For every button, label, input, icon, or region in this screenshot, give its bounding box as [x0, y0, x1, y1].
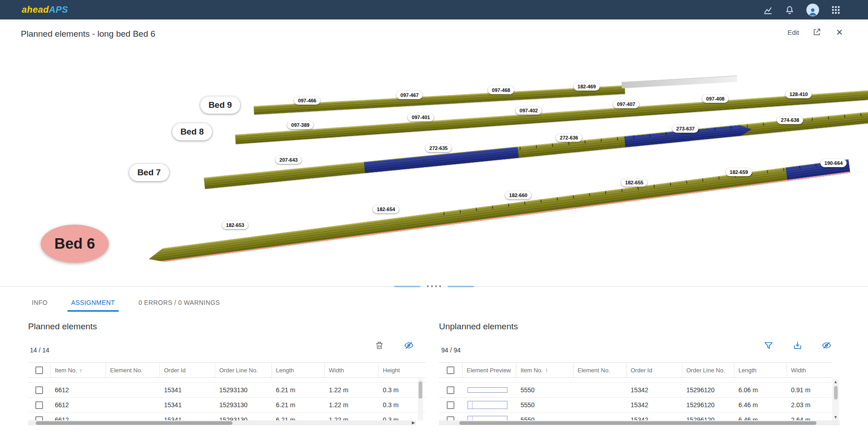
- element-label[interactable]: 097-468: [488, 86, 514, 94]
- row-checkbox[interactable]: [447, 386, 454, 394]
- table-row[interactable]: 555015342152961206.46 m2.03 m: [439, 398, 831, 413]
- column-header-order-id[interactable]: Order Id: [626, 363, 682, 377]
- scroll-down-arrow-icon[interactable]: ▼: [832, 414, 839, 420]
- sort-ascending-icon: ↑: [79, 367, 82, 374]
- column-header-length[interactable]: Length: [271, 363, 324, 377]
- column-label: Element Preview: [467, 367, 511, 374]
- tab-errors-warnings[interactable]: 0 ERRORS / 0 WARNINGS: [135, 295, 224, 312]
- element-label[interactable]: 272-635: [425, 144, 452, 152]
- open-in-new-icon[interactable]: [812, 27, 822, 37]
- element-label[interactable]: 274-638: [777, 116, 803, 124]
- table-row[interactable]: 555015342152961206.06 m0.91 m: [439, 383, 831, 398]
- scrollbar-thumb[interactable]: [459, 421, 816, 425]
- sort-ascending-icon: ↑: [545, 367, 548, 374]
- page-title: Planned elements - long bed Bed 6: [21, 29, 155, 39]
- element-label[interactable]: 097-466: [294, 96, 320, 105]
- scroll-up-arrow-icon[interactable]: ▲: [832, 379, 839, 385]
- chart-icon[interactable]: [763, 5, 773, 15]
- unplanned-horizontal-scrollbar[interactable]: [439, 420, 839, 425]
- unplanned-vertical-scrollbar[interactable]: ▲ ▼: [832, 379, 839, 420]
- element-label[interactable]: 182-660: [505, 191, 531, 199]
- element-preview: [468, 401, 507, 409]
- element-label[interactable]: 128-410: [786, 90, 812, 98]
- column-header-element-no-[interactable]: Element No.: [573, 363, 626, 377]
- element-label[interactable]: 273-637: [672, 125, 699, 133]
- column-header-width[interactable]: Width: [324, 363, 378, 377]
- element-label[interactable]: 207-643: [275, 156, 302, 164]
- element-label[interactable]: 097-407: [613, 100, 639, 108]
- row-checkbox[interactable]: [35, 401, 43, 409]
- viewport-3d[interactable]: Bed 9Bed 8Bed 7Bed 6097-466097-467097-46…: [0, 68, 868, 286]
- user-avatar[interactable]: [806, 4, 819, 16]
- cell: 5550: [516, 386, 573, 394]
- element-label[interactable]: 182-653: [222, 221, 248, 229]
- column-header-element-no-[interactable]: Element No.: [106, 363, 159, 377]
- tab-info[interactable]: INFO: [28, 295, 51, 312]
- scrollbar-thumb[interactable]: [834, 386, 838, 399]
- element-label[interactable]: 097-402: [516, 106, 542, 115]
- cell: 6.46 m: [734, 401, 786, 409]
- element-label[interactable]: 182-654: [373, 205, 399, 213]
- column-label: Height: [383, 367, 400, 374]
- planned-horizontal-scrollbar[interactable]: ▶: [28, 420, 416, 425]
- element-label[interactable]: 097-389: [287, 121, 313, 129]
- bed-label-bed-7[interactable]: Bed 7: [129, 164, 169, 181]
- table-body: 661215341152931306.21 m1.22 m0.3 m661215…: [28, 382, 426, 422]
- edit-button[interactable]: Edit: [787, 29, 799, 36]
- cell: 15341: [159, 401, 215, 409]
- cell: 6.06 m: [734, 386, 786, 394]
- bed-label-bed-6[interactable]: Bed 6: [41, 225, 109, 263]
- row-checkbox[interactable]: [447, 401, 454, 409]
- element-label[interactable]: 182-659: [726, 168, 752, 176]
- splitter-grip[interactable]: [424, 284, 444, 289]
- column-header-length[interactable]: Length: [734, 363, 786, 377]
- table-row[interactable]: 661215341152931306.21 m1.22 m0.3 m: [28, 383, 426, 398]
- scroll-right-arrow-icon[interactable]: ▶: [412, 420, 415, 425]
- dialog-actions: Edit ✕: [787, 27, 844, 37]
- element-label[interactable]: 182-469: [574, 82, 600, 91]
- table-row[interactable]: 661215341152931306.21 m1.22 m0.3 m: [28, 398, 426, 413]
- bed-label-bed-8[interactable]: Bed 8: [172, 123, 212, 140]
- planned-vertical-scrollbar[interactable]: [418, 379, 423, 420]
- trash-icon[interactable]: [374, 340, 384, 350]
- planned-elements-title: Planned elements: [28, 322, 97, 332]
- column-header-height[interactable]: Height: [378, 363, 426, 377]
- element-label[interactable]: 272-636: [556, 134, 582, 142]
- apps-grid-icon[interactable]: [831, 5, 841, 15]
- select-all-checkbox[interactable]: [35, 366, 43, 374]
- element-label[interactable]: 182-655: [621, 178, 647, 187]
- hide-eye-icon[interactable]: [404, 340, 414, 350]
- column-header-width[interactable]: Width: [786, 363, 831, 377]
- column-header-order-line-no-[interactable]: Order Line No.: [215, 363, 271, 377]
- logo-part-ahead: ahead: [22, 5, 49, 14]
- element-preview-cell: [462, 387, 516, 393]
- element-label[interactable]: 190-664: [820, 159, 847, 167]
- column-header-item-no-[interactable]: Item No.↑: [50, 363, 106, 377]
- element-label[interactable]: 097-467: [396, 91, 423, 99]
- cell: 5550: [516, 401, 573, 409]
- column-label: Length: [738, 367, 757, 374]
- scrollbar-thumb[interactable]: [36, 421, 232, 425]
- select-all-checkbox[interactable]: [447, 366, 454, 374]
- bell-icon[interactable]: [785, 5, 795, 15]
- hide-eye-icon[interactable]: [821, 340, 831, 350]
- filter-icon[interactable]: [763, 340, 773, 350]
- table-header: Element PreviewItem No.↑Element No.Order…: [439, 362, 831, 378]
- planned-elements-table: Item No.↑Element No.Order IdOrder Line N…: [28, 362, 426, 422]
- column-header-element-preview[interactable]: Element Preview: [462, 363, 516, 377]
- column-header-order-line-no-[interactable]: Order Line No.: [682, 363, 734, 377]
- element-label[interactable]: 097-408: [702, 95, 728, 103]
- column-header-item-no-[interactable]: Item No.↑: [516, 363, 573, 377]
- bed-label-bed-9[interactable]: Bed 9: [200, 96, 240, 114]
- element-preview: [468, 387, 507, 393]
- cell: 6612: [50, 386, 106, 394]
- row-checkbox[interactable]: [35, 386, 43, 394]
- tab-assignment[interactable]: ASSIGNMENT: [68, 295, 119, 312]
- close-icon[interactable]: ✕: [834, 27, 844, 37]
- scrollbar-thumb[interactable]: [419, 381, 422, 399]
- import-icon[interactable]: [792, 340, 802, 350]
- app-logo[interactable]: aheadAPS: [22, 5, 68, 15]
- column-header-order-id[interactable]: Order Id: [159, 363, 215, 377]
- element-preview-cell: [462, 401, 516, 409]
- element-label[interactable]: 097-401: [408, 113, 434, 121]
